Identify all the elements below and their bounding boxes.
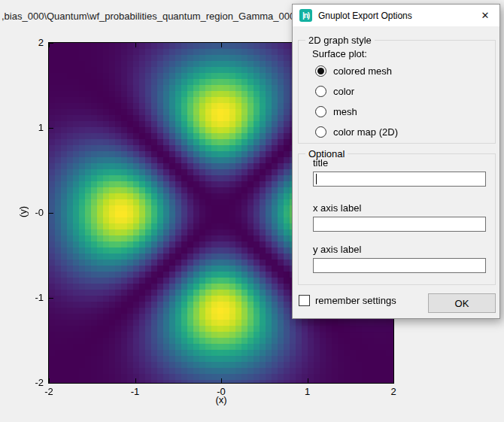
field-y-axis-label: y axis label	[313, 244, 481, 273]
dialog-titlebar[interactable]: |n) Gnuplot Export Options ✕	[293, 5, 499, 26]
nextnano-logo-icon: |n)	[299, 9, 312, 22]
radio-button-icon[interactable]	[315, 86, 326, 97]
radio-option-label: color map (2D)	[333, 126, 398, 138]
group-optional: Optional titlex axis labely axis label	[298, 153, 496, 285]
radio-option-label: mesh	[333, 106, 357, 117]
group-2d-graph-style: 2D graph style Surface plot: colored mes…	[298, 40, 496, 144]
gnuplot-export-options-dialog: |n) Gnuplot Export Options ✕ 2D graph st…	[292, 4, 500, 319]
radio-option-label: colored mesh	[333, 65, 392, 77]
y-axis-label-input[interactable]	[313, 258, 486, 273]
dialog-title: Gnuplot Export Options	[318, 11, 474, 21]
y-tick-2: 2	[0, 37, 44, 48]
x-tick-2: 2	[378, 386, 408, 397]
radio-option-colored-mesh[interactable]: colored mesh	[315, 63, 392, 78]
checkbox-box[interactable]	[299, 295, 310, 306]
field-x-axis-label: x axis label	[313, 202, 481, 232]
nextnano-screen: ,bias_000\Quantum\wf_probabilities_quant…	[0, 0, 504, 422]
x-axis-label: (x)	[191, 394, 251, 405]
group-2d-graph-style-label: 2D graph style	[305, 35, 375, 46]
x-tick-2: -2	[34, 386, 64, 397]
radio-button-icon[interactable]	[315, 65, 326, 77]
surface-plot-label: Surface plot:	[312, 48, 367, 59]
window-title-path: ,bias_000\Quantum\wf_probabilities_quant…	[2, 11, 314, 22]
y-tick-1: 1	[0, 122, 44, 133]
radio-option-color-map-2d[interactable]: color map (2D)	[315, 124, 398, 139]
field-title: title	[313, 157, 481, 187]
text-caret	[316, 174, 317, 184]
close-icon[interactable]: ✕	[474, 8, 496, 24]
x-axis-label-input[interactable]	[313, 217, 486, 232]
radio-button-icon[interactable]	[315, 106, 326, 117]
x-tick-1: -1	[120, 386, 150, 397]
y-tick-1: -1	[0, 292, 44, 303]
radio-button-icon[interactable]	[315, 126, 326, 138]
y-axis-label: (y)	[17, 197, 29, 227]
title-input[interactable]	[313, 172, 486, 187]
checkbox-label: remember settings	[315, 295, 396, 306]
field-label-title: title	[313, 157, 481, 168]
field-label-y-axis-label: y axis label	[313, 244, 481, 255]
remember-settings-checkbox-row[interactable]: remember settings	[299, 295, 396, 306]
field-label-x-axis-label: x axis label	[313, 202, 481, 214]
radio-option-mesh[interactable]: mesh	[315, 104, 357, 119]
x-tick-1: 1	[293, 386, 323, 397]
radio-option-label: color	[333, 86, 354, 97]
radio-option-color[interactable]: color	[315, 83, 354, 99]
ok-button[interactable]: OK	[428, 293, 496, 313]
